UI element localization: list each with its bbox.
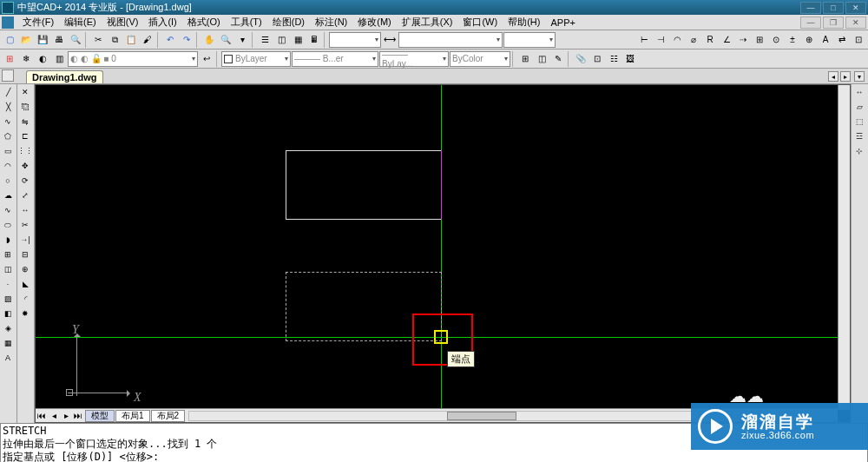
join-icon[interactable]: ⊕ bbox=[18, 262, 32, 276]
menu-insert[interactable]: 插入(I) bbox=[143, 15, 181, 30]
array-icon[interactable]: ⋮⋮ bbox=[18, 144, 32, 158]
copy-icon[interactable]: ⧉ bbox=[107, 32, 122, 48]
mtext-icon[interactable]: A bbox=[1, 351, 15, 365]
circle-icon[interactable]: ○ bbox=[1, 174, 15, 188]
menu-help[interactable]: 帮助(H) bbox=[503, 15, 545, 30]
trim-icon[interactable]: ✂ bbox=[18, 218, 32, 232]
new-icon[interactable]: ▢ bbox=[2, 32, 17, 48]
polygon-icon[interactable]: ⬠ bbox=[1, 129, 15, 143]
rectangle-entity[interactable] bbox=[286, 150, 442, 220]
dim-tool-icon[interactable]: ∠ bbox=[719, 32, 734, 48]
point-icon[interactable]: · bbox=[1, 277, 15, 291]
undo-icon[interactable]: ↶ bbox=[162, 32, 178, 48]
spline-icon[interactable]: ∿ bbox=[1, 203, 15, 217]
tab-prev-button[interactable]: ◂ bbox=[828, 71, 838, 82]
arc-icon[interactable]: ◠ bbox=[1, 159, 15, 173]
linetype-combo[interactable]: ——— B...er▾ bbox=[292, 51, 378, 67]
dim-tool-icon[interactable]: ⊞ bbox=[752, 32, 767, 48]
pan-icon[interactable]: ✋ bbox=[201, 32, 217, 48]
print-icon[interactable]: 🖶 bbox=[51, 32, 67, 48]
preview-icon[interactable]: 🔍 bbox=[68, 32, 83, 48]
image-attach-icon[interactable]: 🖼 bbox=[622, 51, 638, 67]
copy-obj-icon[interactable]: ⿻ bbox=[18, 100, 32, 114]
layout-next-icon[interactable]: ▸ bbox=[60, 410, 72, 422]
menu-edit[interactable]: 编辑(E) bbox=[59, 15, 102, 30]
doc-minimize-button[interactable]: — bbox=[800, 16, 821, 29]
document-tab[interactable]: Drawing1.dwg bbox=[26, 70, 103, 83]
dim-tool-icon[interactable]: ⇢ bbox=[735, 32, 751, 48]
insert-block-icon[interactable]: ⊞ bbox=[517, 51, 533, 67]
hatch-icon[interactable]: ▨ bbox=[1, 292, 15, 306]
layer-freeze-icon[interactable]: ◐ bbox=[35, 51, 50, 67]
designcenter-icon[interactable]: ◫ bbox=[273, 32, 289, 48]
layer-combo[interactable]: ◐ ◐ 🔓 ■ 0▾ bbox=[68, 51, 198, 67]
dim-tool-icon[interactable]: ⇄ bbox=[834, 32, 850, 48]
line-icon[interactable]: ╱ bbox=[1, 85, 15, 99]
pline-icon[interactable]: ∿ bbox=[1, 115, 15, 129]
gradient-icon[interactable]: ◧ bbox=[1, 307, 15, 320]
maximize-button[interactable]: □ bbox=[823, 2, 844, 14]
tab-next-button[interactable]: ▸ bbox=[840, 71, 851, 82]
menu-tools[interactable]: 工具(T) bbox=[226, 15, 267, 30]
dim-icon[interactable]: ⟷ bbox=[382, 32, 398, 48]
dim-tool-icon[interactable]: ⊡ bbox=[851, 32, 866, 48]
id-icon[interactable]: ⊹ bbox=[852, 144, 866, 158]
dim-tool-icon[interactable]: R bbox=[702, 32, 718, 48]
table-icon[interactable]: ▦ bbox=[1, 336, 15, 350]
properties-icon[interactable]: ☰ bbox=[257, 32, 273, 48]
menu-modify[interactable]: 修改(M) bbox=[352, 15, 397, 30]
close-button[interactable]: ✕ bbox=[845, 2, 866, 14]
ref-clip-icon[interactable]: ⊡ bbox=[589, 51, 605, 67]
layout-last-icon[interactable]: ⏭ bbox=[72, 410, 84, 422]
dim-tool-icon[interactable]: A bbox=[818, 32, 833, 48]
explode-icon[interactable]: ✸ bbox=[18, 307, 32, 320]
list-icon[interactable]: ☲ bbox=[852, 129, 866, 143]
menu-file[interactable]: 文件(F) bbox=[17, 15, 59, 30]
offset-icon[interactable]: ⊏ bbox=[18, 129, 32, 143]
zoom-icon[interactable]: 🔍 bbox=[218, 32, 233, 48]
stretch-icon[interactable]: ↔ bbox=[18, 203, 32, 217]
tab-start-icon[interactable] bbox=[2, 69, 14, 82]
move-icon[interactable]: ✥ bbox=[18, 159, 32, 173]
textstyle-combo[interactable]: ▾ bbox=[398, 32, 503, 48]
dist-icon[interactable]: ↔ bbox=[852, 85, 866, 99]
layer-props-icon[interactable]: ⊞ bbox=[2, 51, 17, 67]
dim-tool-icon[interactable]: ⌀ bbox=[686, 32, 701, 48]
dim-tool-icon[interactable]: ⊙ bbox=[768, 32, 784, 48]
mirror-icon[interactable]: ⇋ bbox=[18, 115, 32, 129]
cut-icon[interactable]: ✂ bbox=[90, 32, 106, 48]
minimize-button[interactable]: — bbox=[800, 2, 821, 14]
menu-app[interactable]: APP+ bbox=[545, 16, 580, 29]
area-icon[interactable]: ▱ bbox=[852, 100, 866, 114]
edit-block-icon[interactable]: ✎ bbox=[550, 51, 566, 67]
layer-state-icon[interactable]: ❄ bbox=[18, 51, 34, 67]
dim-tool-icon[interactable]: ◠ bbox=[669, 32, 685, 48]
tab-model[interactable]: 模型 bbox=[85, 410, 115, 422]
calc-icon[interactable]: 🖩 bbox=[306, 32, 322, 48]
layout-first-icon[interactable]: ⏮ bbox=[36, 410, 48, 422]
create-block-icon[interactable]: ◫ bbox=[534, 51, 549, 67]
menu-format[interactable]: 格式(O) bbox=[182, 15, 226, 30]
dimstyle-combo[interactable]: ▾ bbox=[329, 32, 381, 48]
xline-icon[interactable]: ╳ bbox=[1, 100, 15, 114]
menu-window[interactable]: 窗口(W) bbox=[457, 15, 503, 30]
dim-tool-icon[interactable]: ⊕ bbox=[801, 32, 817, 48]
menu-draw[interactable]: 绘图(D) bbox=[267, 15, 310, 30]
match-icon[interactable]: 🖌 bbox=[140, 32, 155, 48]
fillet-icon[interactable]: ◜ bbox=[18, 292, 32, 306]
doc-close-button[interactable]: ✕ bbox=[845, 16, 866, 29]
redo-icon[interactable]: ↷ bbox=[179, 32, 194, 48]
scale-icon[interactable]: ⤢ bbox=[18, 188, 32, 202]
canvas-scrollbar-vertical[interactable] bbox=[838, 85, 850, 410]
ellipsearc-icon[interactable]: ◗ bbox=[1, 233, 15, 247]
revcloud-icon[interactable]: ☁ bbox=[1, 188, 15, 202]
dim-tool-icon[interactable]: ⊢ bbox=[636, 32, 652, 48]
menu-view[interactable]: 视图(V) bbox=[102, 15, 144, 30]
rectangle-icon[interactable]: ▭ bbox=[1, 144, 15, 158]
menu-dim[interactable]: 标注(N) bbox=[310, 15, 352, 30]
dim-tool-icon[interactable]: ⊣ bbox=[653, 32, 668, 48]
extend-icon[interactable]: →| bbox=[18, 233, 32, 247]
plotcolor-combo[interactable]: ByColor▾ bbox=[450, 51, 510, 67]
open-icon[interactable]: 📂 bbox=[18, 32, 34, 48]
tab-layout1[interactable]: 布局1 bbox=[115, 410, 150, 422]
